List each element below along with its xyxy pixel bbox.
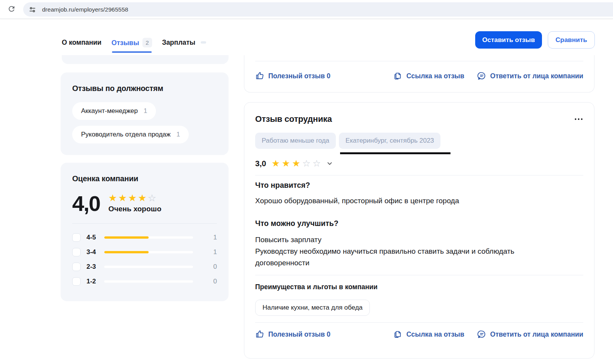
address-bar[interactable]: dreamjob.ru/employers/2965558	[23, 2, 613, 17]
star-icon-filled: ★	[108, 192, 118, 203]
rating-filter-checkbox-1-2[interactable]	[72, 277, 81, 286]
star-icon-filled: ★	[272, 158, 282, 169]
likes-heading: Что нравится?	[255, 181, 583, 190]
rating-range-label: 3-4	[86, 248, 104, 256]
improve-heading: Что можно улучшить?	[255, 219, 583, 228]
copy-review-link-button[interactable]: Ссылка на отзыв	[393, 330, 464, 339]
rating-range-label: 1-2	[86, 278, 104, 285]
browser-toolbar: dreamjob.ru/employers/2965558	[0, 0, 613, 19]
rating-bar-count: 0	[213, 263, 217, 271]
divider	[255, 275, 583, 275]
rating-bar-track	[104, 280, 193, 283]
rating-filter-checkbox-3-4[interactable]	[72, 248, 81, 256]
tab-salaries[interactable]: Зарплаты	[162, 39, 195, 47]
chevron-down-icon	[326, 160, 334, 167]
divider	[72, 223, 217, 224]
position-chip-label: Руководитель отдела продаж	[81, 131, 171, 138]
copy-link-icon	[393, 71, 403, 81]
reply-bubble-icon	[477, 71, 486, 81]
positions-card: Отзывы по должностям Аккаунт-менеджер1 Р…	[61, 72, 229, 155]
company-tabs: О компании Отзывы2 Зарплаты	[62, 35, 206, 49]
helpful-review-label: Полезный отзыв 0	[268, 330, 330, 339]
expand-rating-button[interactable]	[326, 160, 334, 167]
positions-chip-list: Аккаунт-менеджер1 Руководитель отдела пр…	[72, 102, 217, 143]
tab-reviews[interactable]: Отзывы2	[112, 38, 152, 47]
copy-review-link-button[interactable]: Ссылка на отзыв	[393, 71, 464, 81]
star-icon-empty: ☆	[302, 158, 313, 169]
position-chip-count: 1	[144, 107, 147, 115]
tab-about[interactable]: О компании	[62, 39, 102, 47]
url-text: dreamjob.ru/employers/2965558	[42, 6, 128, 13]
position-chip-account-manager[interactable]: Аккаунт-менеджер1	[72, 102, 156, 120]
rating-bar-count: 1	[213, 234, 217, 241]
company-reply-button[interactable]: Ответить от лица компании	[477, 71, 583, 81]
copy-link-icon	[393, 330, 403, 339]
company-score-row: 4,0 ★★★★☆ Очень хорошо	[72, 193, 217, 214]
tab-loader-dot	[201, 41, 206, 44]
reviews-count-badge: 2	[142, 38, 152, 47]
rating-bar-count: 1	[213, 248, 217, 256]
more-options-icon	[578, 118, 580, 120]
position-chip-sales-head[interactable]: Руководитель отдела продаж1	[72, 126, 189, 143]
rating-bar-row-3-4: 3-4 1	[72, 245, 217, 260]
helpful-review-button[interactable]: Полезный отзыв 0	[255, 71, 330, 81]
improve-line: Руководству необходимо научиться правиль…	[255, 246, 533, 269]
rating-filter-checkbox-4-5[interactable]	[72, 233, 81, 242]
benefits-heading: Преимущества и льготы в компании	[255, 283, 583, 291]
company-reply-label: Ответить от лица компании	[490, 72, 583, 80]
more-options-icon	[581, 118, 583, 120]
reload-button[interactable]	[6, 4, 17, 15]
more-options-button[interactable]	[574, 116, 584, 123]
star-icon-filled: ★	[282, 158, 292, 169]
site-settings-icon[interactable]	[28, 5, 37, 14]
star-icon-filled: ★	[138, 192, 147, 203]
divider	[255, 61, 583, 61]
review-tag-tenure: Работаю меньше года	[255, 133, 336, 149]
rating-range-label: 2-3	[86, 263, 104, 271]
more-options-icon	[575, 118, 577, 120]
review-star-rating: ★★★☆☆	[272, 158, 323, 169]
annotation-underline-bar	[340, 152, 450, 154]
reload-icon	[7, 5, 16, 13]
rating-filter-checkbox-2-3[interactable]	[72, 263, 81, 271]
star-icon-filled: ★	[128, 192, 138, 203]
position-chip-count: 1	[176, 131, 180, 138]
review-actions-row: Полезный отзыв 0 Ссылка на отзыв Ответит…	[255, 330, 583, 339]
company-star-rating: ★★★★☆	[108, 193, 161, 203]
rating-card-title: Оценка компании	[72, 174, 217, 183]
company-score: 4,0	[72, 193, 100, 214]
tab-reviews-label: Отзывы	[112, 39, 139, 47]
divider	[255, 322, 583, 323]
rating-bar-row-1-2: 1-2 0	[72, 274, 217, 289]
company-score-label: Очень хорошо	[108, 205, 161, 213]
improve-text: Повысить зарплату Руководству необходимо…	[255, 234, 533, 269]
star-icon-filled: ★	[118, 192, 128, 203]
review-tags-row: Работаю меньше года Екатеринбург, сентяб…	[255, 133, 583, 149]
improve-line: Повысить зарплату	[255, 234, 533, 246]
rating-bar-row-4-5: 4-5 1	[72, 230, 217, 245]
sidebar-card-cutoff	[62, 55, 229, 64]
rating-bar-track	[104, 236, 193, 239]
leave-review-button[interactable]: Оставить отзыв	[475, 31, 542, 49]
rating-range-label: 4-5	[86, 234, 104, 241]
employee-review-card: Отзыв сотрудника Работаю меньше года Ека…	[244, 102, 594, 359]
rating-bar-count: 0	[213, 278, 217, 285]
star-icon-empty: ☆	[148, 192, 157, 203]
rating-bar-track	[104, 266, 193, 268]
review-card-title: Отзыв сотрудника	[255, 114, 332, 124]
thumb-up-icon	[255, 71, 264, 81]
review-tag-location-date: Екатеринбург, сентябрь 2023	[339, 133, 440, 149]
rating-bar-fill	[104, 251, 149, 253]
copy-review-link-label: Ссылка на отзыв	[406, 330, 464, 339]
thumb-up-icon	[255, 330, 264, 339]
star-icon-empty: ☆	[313, 158, 323, 169]
rating-bar-track	[104, 251, 193, 253]
compare-button[interactable]: Сравнить	[548, 31, 595, 49]
reply-bubble-icon	[477, 330, 486, 339]
company-reply-button[interactable]: Ответить от лица компании	[477, 330, 583, 339]
previous-review-card-cutoff: Полезный отзыв 0 Ссылка на отзыв Ответит…	[244, 55, 594, 93]
helpful-review-button[interactable]: Полезный отзыв 0	[255, 330, 330, 339]
benefit-chip: Наличие кухни, места для обеда	[255, 300, 370, 316]
rating-bar-fill	[104, 236, 149, 239]
copy-review-link-label: Ссылка на отзыв	[406, 72, 464, 80]
